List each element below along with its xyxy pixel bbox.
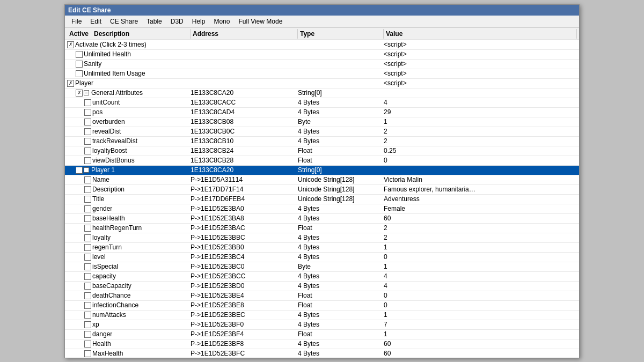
checkbox[interactable] [84, 109, 91, 116]
address-cell: 1E133C8CB08 [188, 117, 296, 126]
checkbox[interactable] [84, 350, 91, 357]
checkbox[interactable] [76, 61, 83, 68]
menu-item-mono[interactable]: Mono [209, 17, 234, 26]
checkbox[interactable] [84, 341, 91, 348]
type-cell: 4 Bytes [296, 137, 382, 145]
active-cell: overburden [65, 117, 188, 126]
checkbox[interactable] [76, 90, 83, 97]
table-row[interactable]: baseHealthP->1E1D52E3BA84 Bytes60 [65, 214, 579, 224]
row-label: Unlimited Item Usage [84, 70, 145, 77]
expand-icon[interactable]: − [84, 90, 89, 95]
checkbox[interactable] [84, 321, 91, 328]
checkbox[interactable] [84, 273, 91, 280]
checkbox[interactable] [84, 205, 91, 212]
checkbox[interactable] [84, 234, 91, 241]
checkbox[interactable] [84, 244, 91, 251]
checkbox[interactable] [84, 176, 91, 183]
checkbox[interactable] [84, 312, 91, 319]
table-row[interactable]: MaxHealthP->1E1D52E3BFC4 Bytes60 [65, 349, 579, 358]
menu-item-full-view-mode[interactable]: Full View Mode [234, 17, 287, 26]
value-cell: Famous explorer, humanitaria… [382, 185, 579, 194]
table-row[interactable]: viewDistBonus1E133C8CB28Float0 [65, 156, 579, 166]
table-row[interactable]: capacityP->1E1D52E3BCC4 Bytes4 [65, 272, 579, 282]
address-cell: 1E133C8CACC [188, 98, 296, 107]
expand-icon[interactable]: − [84, 167, 89, 173]
address-cell: P->1E1D52E3BF4 [188, 330, 296, 338]
checkbox[interactable] [84, 128, 91, 135]
checkbox[interactable] [84, 157, 91, 164]
table-row[interactable]: Unlimited Health<script> [65, 50, 579, 60]
checkbox[interactable] [76, 51, 83, 58]
table-row[interactable]: healthRegenTurnP->1E1D52E3BACFloat2 [65, 224, 579, 233]
table-row[interactable]: overburden1E133C8CB08Byte1 [65, 117, 579, 127]
table-row[interactable]: Activate (Click 2-3 times)<script> [65, 40, 579, 50]
checkbox[interactable] [84, 138, 91, 145]
table-row[interactable]: DescriptionP->1E17DD71F14Unicode String[… [65, 185, 579, 195]
table-row[interactable]: NameP->1E1D5A31114Unicode String[128]Vic… [65, 175, 579, 185]
checkbox[interactable] [84, 292, 91, 299]
checkbox[interactable] [67, 41, 74, 48]
menu-item-table[interactable]: Table [142, 17, 166, 26]
table-row[interactable]: isSpecialP->1E1D52E3BC0Byte1 [65, 262, 579, 272]
active-cell: infectionChance [65, 301, 188, 309]
checkbox[interactable] [84, 283, 91, 290]
main-window: Edit CE Share FileEditCE ShareTableD3DHe… [64, 4, 580, 358]
table-row[interactable]: unitCount1E133C8CACC4 Bytes4 [65, 98, 579, 108]
value-cell: 4 [382, 98, 579, 107]
table-row[interactable]: pos1E133C8CAD44 Bytes29 [65, 108, 579, 117]
table-row[interactable]: Unlimited Item Usage<script> [65, 69, 579, 79]
table-row[interactable]: Player<script> [65, 79, 579, 88]
checkbox[interactable] [84, 186, 91, 193]
menu-item-d3d[interactable]: D3D [166, 17, 188, 26]
table-row[interactable]: TitleP->1E17DD6FEB4Unicode String[128]Ad… [65, 195, 579, 204]
type-cell: 4 Bytes [296, 127, 382, 136]
checkbox[interactable] [84, 263, 91, 270]
row-label: numAttacks [92, 311, 126, 319]
table-row[interactable]: HealthP->1E1D52E3BF84 Bytes60 [65, 339, 579, 349]
table-row[interactable]: trackRevealDist1E133C8CB104 Bytes2 [65, 137, 579, 146]
table-row[interactable]: levelP->1E1D52E3BC44 Bytes0 [65, 253, 579, 262]
checkbox[interactable] [76, 167, 83, 174]
table-row[interactable]: xpP->1E1D52E3BF04 Bytes7 [65, 320, 579, 330]
table-row[interactable]: dangerP->1E1D52E3BF4Float1 [65, 330, 579, 339]
row-label: revealDist [92, 128, 121, 135]
checkbox[interactable] [84, 99, 91, 106]
value-cell: 1 [382, 262, 579, 271]
checkbox[interactable] [84, 254, 91, 261]
table-row[interactable]: genderP->1E1D52E3BA04 BytesFemale [65, 204, 579, 214]
menu-item-edit[interactable]: Edit [86, 17, 106, 26]
row-label: Health [92, 340, 111, 348]
active-cell: numAttacks [65, 311, 188, 319]
table-row[interactable]: revealDist1E133C8CB0C4 Bytes2 [65, 127, 579, 137]
checkbox[interactable] [84, 196, 91, 203]
address-cell: 1E133C8CB0C [188, 127, 296, 136]
row-label: regenTurn [92, 243, 122, 251]
checkbox[interactable] [67, 80, 74, 87]
menu-item-help[interactable]: Help [188, 17, 210, 26]
table-row[interactable]: numAttacksP->1E1D52E3BEC4 Bytes1 [65, 311, 579, 320]
table-row[interactable]: loyaltyP->1E1D52E3BBC4 Bytes2 [65, 233, 579, 243]
checkbox[interactable] [76, 70, 83, 77]
address-cell: 1E133C8CA20 [188, 88, 296, 97]
table-row[interactable]: deathChanceP->1E1D52E3BE4Float0 [65, 291, 579, 301]
row-label: overburden [92, 118, 125, 125]
table-content[interactable]: Activate (Click 2-3 times)<script>Unlimi… [65, 40, 579, 358]
menu-item-file[interactable]: File [67, 17, 86, 26]
menu-item-ce-share[interactable]: CE Share [106, 17, 142, 26]
table-row[interactable]: regenTurnP->1E1D52E3BB04 Bytes1 [65, 243, 579, 253]
checkbox[interactable] [84, 215, 91, 222]
table-row[interactable]: loyaltyBoost1E133C8CB24Float0.25 [65, 146, 579, 156]
checkbox[interactable] [84, 302, 91, 309]
table-row[interactable]: Sanity<script> [65, 60, 579, 69]
checkbox[interactable] [84, 225, 91, 232]
type-cell: Float [296, 291, 382, 300]
checkbox[interactable] [84, 147, 91, 154]
table-row[interactable]: infectionChanceP->1E1D52E3BE8Float0 [65, 301, 579, 311]
checkbox[interactable] [84, 331, 91, 338]
table-row[interactable]: −General Attributes1E133C8CA20String[0] [65, 88, 579, 98]
value-cell: 0 [382, 291, 579, 300]
table-row[interactable]: −Player 11E133C8CA20String[0] [65, 166, 579, 175]
checkbox[interactable] [84, 119, 91, 125]
row-label: loyalty [92, 234, 111, 241]
table-row[interactable]: baseCapacityP->1E1D52E3BD04 Bytes4 [65, 282, 579, 291]
